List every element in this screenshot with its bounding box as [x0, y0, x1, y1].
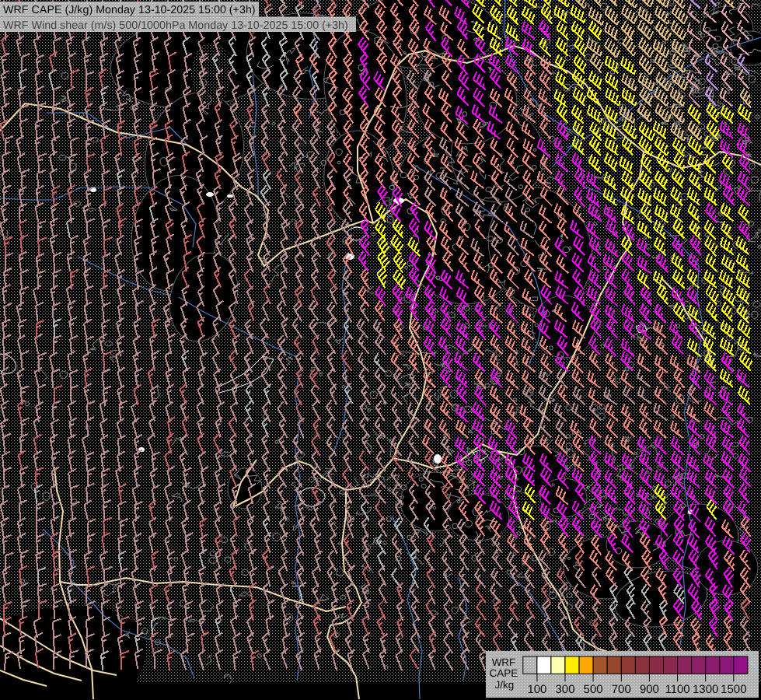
svg-text:100: 100 [527, 683, 546, 696]
svg-text:J/kg: J/kg [495, 679, 515, 691]
svg-text:WRF Wind shear (m/s) 500/1000h: WRF Wind shear (m/s) 500/1000hPa Monday … [3, 19, 348, 32]
svg-text:CAPE: CAPE [490, 667, 518, 679]
svg-text:1100: 1100 [665, 683, 689, 696]
svg-text:700: 700 [612, 683, 631, 696]
svg-text:1300: 1300 [693, 683, 718, 696]
svg-text:WRF: WRF [492, 656, 516, 668]
svg-text:900: 900 [640, 683, 659, 696]
svg-text:1500: 1500 [721, 683, 746, 696]
svg-text:500: 500 [584, 683, 603, 696]
svg-text:WRF CAPE (J/kg) Monday 13-10-2: WRF CAPE (J/kg) Monday 13-10-2025 15:00 … [3, 4, 256, 16]
svg-text:300: 300 [555, 683, 574, 696]
